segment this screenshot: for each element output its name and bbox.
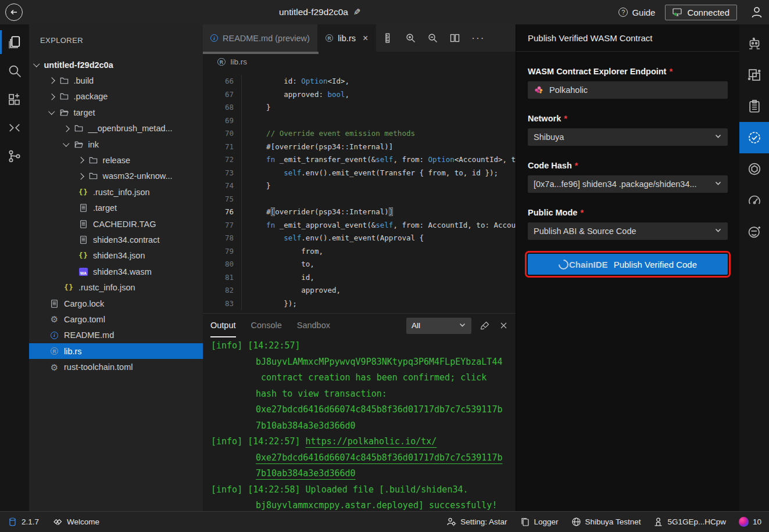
tree-item-rust-toolchain-toml[interactable]: ⚙rust-toolchain.toml — [29, 359, 203, 375]
tab-console[interactable]: Console — [251, 314, 282, 337]
tree-item-cachedir-tag[interactable]: CACHEDIR.TAG — [29, 216, 203, 232]
clipboard-icon[interactable] — [739, 91, 769, 122]
tree-item-readme-md[interactable]: iREADME.md — [29, 328, 203, 343]
zoom-in-icon[interactable] — [405, 33, 416, 44]
version-indicator[interactable]: 2.1.7 — [8, 517, 39, 527]
chevron-down-icon — [459, 321, 466, 330]
guide-button[interactable]: ? Guide — [618, 8, 655, 17]
account-indicator[interactable]: 5G1GEp...HCpw — [653, 517, 726, 527]
tab-scrollbar[interactable] — [203, 52, 319, 54]
code-text: #[overrider(psp34::Internal)] — [241, 206, 516, 219]
endpoint-label: WASM Contract Explorer Endpoint* — [528, 67, 728, 76]
close-panel-icon[interactable] — [499, 321, 509, 330]
close-tab-icon[interactable]: × — [363, 33, 368, 44]
output-line: [info] [14:22:58] Uploaded file [.build/… — [211, 482, 516, 498]
search-icon[interactable] — [0, 56, 29, 85]
logger-button[interactable]: Logger — [520, 517, 559, 527]
tree-item-shiden34-contract[interactable]: shiden34.contract — [29, 232, 203, 247]
code-text: id: Option<Id>, — [241, 75, 516, 88]
left-activity-bar — [0, 24, 29, 511]
rename-icon[interactable]: ✎ — [353, 7, 361, 17]
tab-readme[interactable]: i README.md (preview) — [203, 24, 318, 52]
tab-sandbox[interactable]: Sandbox — [297, 314, 330, 337]
files-icon[interactable] — [0, 28, 29, 56]
polkaholic-icon — [534, 85, 544, 95]
split-editor-icon[interactable] — [449, 33, 460, 44]
status-bar: 2.1.7 Welcome Setting: Astar Logger — [0, 511, 769, 532]
ruler-icon[interactable] — [383, 33, 394, 44]
tree-item-package[interactable]: .package — [29, 89, 203, 105]
collapse-icon[interactable] — [0, 113, 29, 142]
chevron-down-icon — [63, 140, 69, 146]
code-text: approved, — [241, 284, 516, 297]
tree-item-target[interactable]: target — [29, 105, 203, 120]
gauge-icon[interactable] — [739, 185, 769, 216]
line-number: 82 — [203, 284, 241, 297]
output-panel: Output Console Sandbox All [info] [14:22… — [203, 313, 516, 511]
transaction-link[interactable]: https://polkaholic.io/tx/ — [306, 436, 437, 447]
log-filter-select[interactable]: All — [406, 318, 471, 334]
tab-output[interactable]: Output — [210, 314, 236, 337]
editor-column: i README.md (preview) R lib.rs × — [203, 24, 516, 511]
line-number: 72 — [203, 153, 241, 167]
tree-item-cargo-toml[interactable]: ⚙Cargo.toml — [29, 311, 203, 327]
back-button[interactable] — [5, 3, 23, 21]
tab-label: README.md (preview) — [223, 34, 310, 43]
tree-item-rustc-info-json[interactable]: {}.rustc_info.json — [29, 279, 203, 295]
tree-item-openbrush-metad[interactable]: __openbrush_metad... — [29, 121, 203, 136]
user-icon[interactable] — [749, 5, 764, 20]
source-control-icon[interactable] — [0, 142, 29, 170]
tree-item-build[interactable]: .build — [29, 73, 203, 88]
required-asterisk: * — [669, 67, 673, 76]
transaction-link[interactable]: 7b10ab384a3e3d366d0 — [256, 468, 356, 479]
clear-log-icon[interactable] — [480, 321, 490, 330]
zoom-out-icon[interactable] — [427, 33, 438, 44]
line-number: 81 — [203, 271, 241, 285]
network-select[interactable]: Shibuya — [528, 128, 728, 146]
public-mode-select[interactable]: Publish ABI & Source Code — [528, 222, 728, 240]
welcome-button[interactable]: Welcome — [53, 517, 99, 527]
scan-icon[interactable] — [739, 59, 769, 91]
output-line: 0xe27bdcd6416d66074c845b8f36d01717db7c7c… — [211, 450, 516, 466]
output-line: contract creation has been confirmed; cl… — [211, 370, 516, 386]
tree-item-cargo-lock[interactable]: Cargo.lock — [29, 296, 203, 311]
network-indicator[interactable]: Shibuya Testnet — [571, 517, 641, 527]
endpoint-value: Polkaholic — [549, 85, 588, 95]
tab-librs[interactable]: R lib.rs × — [318, 24, 376, 52]
tree-item-shiden34-json[interactable]: {}shiden34.json — [29, 248, 203, 264]
plugins-icon[interactable] — [0, 85, 29, 113]
verified-icon[interactable] — [739, 122, 769, 153]
tree-item-rustc-info-json[interactable]: {}.rustc_info.json — [29, 184, 203, 200]
tree-item-lib-rs[interactable]: Rlib.rs — [29, 343, 203, 359]
tree-item-ink[interactable]: ink — [29, 136, 203, 152]
tree-item-release[interactable]: release — [29, 152, 203, 168]
code-text: approved: bool, — [241, 88, 516, 102]
public-mode-value: Publish ABI & Source Code — [534, 227, 636, 236]
output-line: 0xe27bdcd6416d66074c845b8f36d01717db7c7c… — [211, 402, 516, 418]
robot-icon[interactable] — [739, 28, 769, 59]
tree-item-target[interactable]: .target — [29, 200, 203, 216]
tree-item-wasm32-unknow[interactable]: wasm32-unknow... — [29, 168, 203, 184]
code-hash-select[interactable]: [0x7a...fe96] shiden34 .package/shiden34… — [528, 175, 728, 193]
output-line: hash to view transaction: — [211, 386, 516, 402]
chevron-right-icon — [48, 94, 55, 100]
line-number: 66 — [203, 75, 241, 88]
more-actions-icon[interactable]: ··· — [471, 33, 485, 44]
balance-indicator[interactable]: 10 — [739, 517, 761, 527]
setting-indicator[interactable]: Setting: Astar — [446, 517, 507, 527]
tree-item-untitled-f29d2c0a[interactable]: untitled-f29d2c0a — [29, 57, 203, 73]
openai-icon[interactable] — [739, 153, 769, 185]
publish-verified-code-button[interactable]: ChainIDE Publish Verified Code — [528, 254, 728, 275]
code-text: } — [241, 101, 516, 114]
code-editor[interactable]: 66 id: Option<Id>,67 approved: bool,68 }… — [203, 72, 516, 313]
chevron-right-icon — [77, 173, 84, 179]
chevron-right-icon — [48, 78, 55, 84]
fun-icon[interactable] — [739, 216, 769, 247]
tree-item-shiden34-wasm[interactable]: WAshiden34.wasm — [29, 264, 203, 279]
output-panel-header: Output Console Sandbox All — [203, 314, 516, 337]
endpoint-input[interactable]: Polkaholic — [528, 81, 728, 99]
transaction-link[interactable]: 0xe27bdcd6416d66074c845b8f36d01717db7c7c… — [256, 452, 502, 463]
connected-button[interactable]: Connected — [665, 5, 737, 20]
code-line: 68 } — [203, 101, 516, 114]
network-value: Shibuya — [534, 132, 564, 142]
